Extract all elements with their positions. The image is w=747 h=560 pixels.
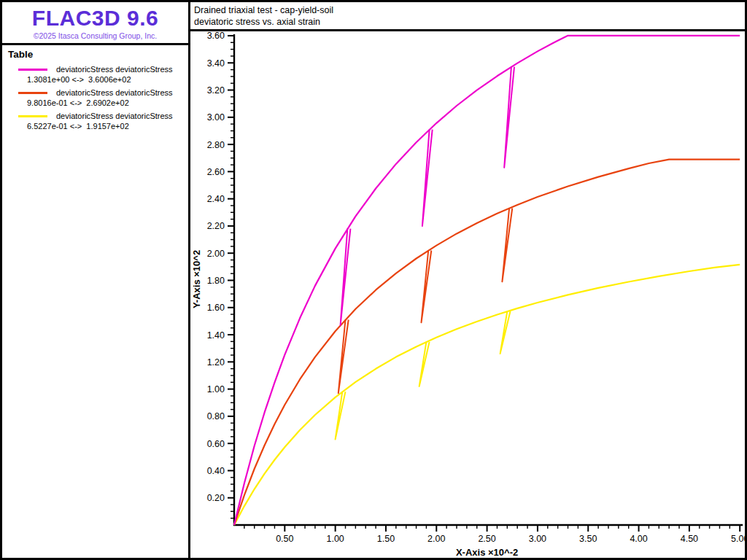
y-tick-label: 0.40 — [207, 466, 225, 476]
copyright-text: ©2025 Itasca Consulting Group, Inc. — [2, 31, 188, 40]
x-tick-label: 1.00 — [326, 534, 344, 544]
unload-reload-spike — [338, 320, 349, 394]
y-tick-label: 2.00 — [207, 249, 225, 259]
legend-entry: deviatoricStress deviatoricStress 9.8016… — [2, 87, 188, 110]
plot-title: Drained triaxial test - cap-yield-soil d… — [194, 4, 333, 28]
y-tick-label: 0.60 — [207, 439, 225, 449]
series-label: deviatoricStress deviatoricStress — [56, 65, 173, 74]
y-tick-label: 2.40 — [207, 194, 225, 204]
legend-heading: Table — [8, 49, 33, 60]
logo-separator — [2, 43, 188, 45]
x-tick-label: 2.50 — [478, 534, 495, 544]
unload-reload-spike — [419, 342, 430, 386]
series-curve — [234, 36, 740, 525]
y-tick-label: 0.20 — [207, 493, 225, 503]
series-range: 6.5227e-01 <-> 1.9157e+02 — [2, 122, 188, 133]
y-tick-label: 2.60 — [207, 167, 225, 177]
plot-title-line1: Drained triaxial test - cap-yield-soil — [194, 4, 333, 16]
y-tick-label: 2.80 — [207, 140, 225, 150]
legend-entry: deviatoricStress deviatoricStress 6.5227… — [2, 110, 188, 133]
unload-reload-spike — [500, 311, 511, 354]
x-tick-label: 5.00 — [731, 534, 747, 544]
legend-sidebar: FLAC3D 9.6 ©2025 Itasca Consulting Group… — [2, 2, 188, 558]
x-tick-label: 0.50 — [276, 534, 293, 544]
unload-reload-spike — [422, 251, 432, 323]
y-tick-label: 3.00 — [207, 112, 225, 122]
y-tick-label: 2.20 — [207, 221, 225, 231]
y-tick-label: 1.20 — [207, 357, 225, 368]
series-color-swatch — [18, 92, 47, 94]
flac3d-logo: FLAC3D 9.6 — [2, 6, 188, 31]
chart-canvas[interactable]: 0.501.001.502.002.503.003.504.004.505.00… — [190, 31, 747, 558]
unload-reload-spike — [504, 67, 514, 168]
y-tick-label: 1.60 — [207, 303, 225, 313]
y-tick-label: 1.40 — [207, 330, 225, 341]
y-axis-title: Y-Axis ×10^2 — [191, 250, 202, 308]
x-tick-label: 2.00 — [427, 534, 445, 544]
legend-entry: deviatoricStress deviatoricStress 1.3081… — [2, 63, 188, 87]
y-tick-label: 3.60 — [207, 31, 225, 41]
y-tick-label: 1.00 — [207, 384, 225, 394]
table-legend: deviatoricStress deviatoricStress 1.3081… — [2, 63, 188, 133]
unload-reload-spike — [422, 130, 433, 226]
y-tick-label: 3.40 — [207, 58, 225, 69]
x-tick-label: 4.50 — [681, 534, 698, 544]
x-tick-label: 4.00 — [630, 534, 647, 544]
y-tick-label: 0.80 — [207, 411, 225, 421]
series-curve — [234, 160, 740, 525]
series-color-swatch — [18, 115, 47, 117]
series-label: deviatoricStress deviatoricStress — [56, 112, 173, 120]
x-tick-label: 1.50 — [377, 534, 395, 544]
plot-title-line2: deviatoric stress vs. axial strain — [194, 16, 333, 28]
x-axis-title: X-Axis ×10^-2 — [456, 547, 518, 558]
series-label: deviatoricStress deviatoricStress — [56, 88, 173, 97]
unload-reload-spike — [502, 209, 512, 282]
x-tick-label: 3.00 — [529, 534, 546, 544]
x-tick-label: 3.50 — [579, 534, 597, 544]
series-color-swatch — [18, 69, 47, 71]
y-tick-label: 3.20 — [207, 85, 225, 96]
series-range: 9.8016e-01 <-> 2.6902e+02 — [2, 98, 188, 110]
unload-reload-spike — [341, 229, 351, 325]
series-curve — [234, 265, 740, 525]
plot-area: Drained triaxial test - cap-yield-soil d… — [190, 2, 745, 558]
y-tick-label: 1.80 — [207, 276, 225, 286]
flac3d-window: FLAC3D 9.6 ©2025 Itasca Consulting Group… — [0, 0, 747, 560]
series-range: 1.3081e+00 <-> 3.6006e+02 — [2, 75, 188, 87]
unload-reload-spike — [336, 392, 346, 440]
